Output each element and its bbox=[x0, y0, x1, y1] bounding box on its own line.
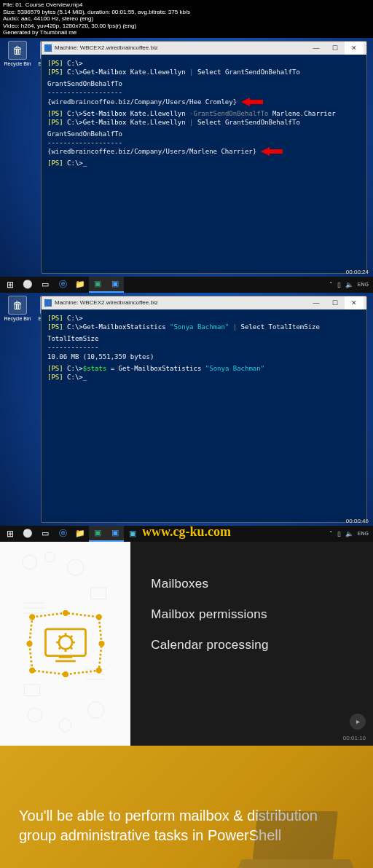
volume-icon[interactable]: 🔈 bbox=[345, 281, 353, 288]
window-title: Machine: WBCEX2.wiredbraincoffee.biz bbox=[55, 299, 307, 306]
bullet-item: Mailbox permissions bbox=[151, 607, 353, 622]
language-indicator[interactable]: ENG bbox=[358, 282, 369, 287]
system-tray[interactable]: ˄ ▯ 🔈 ENG bbox=[329, 281, 372, 288]
recycle-bin-icon[interactable]: 🗑 Recycle Bin bbox=[3, 296, 32, 321]
powershell-taskbar-button[interactable]: ▣ bbox=[106, 526, 124, 542]
slide-sidebar bbox=[0, 542, 130, 746]
search-button[interactable]: ⚪ bbox=[19, 277, 36, 293]
screenshot-frame-2: 🗑 Recycle Bin E Exchange Machine: WBCEX2… bbox=[0, 293, 373, 542]
trash-icon: 🗑 bbox=[8, 41, 27, 60]
bullet-item: Calendar processing bbox=[151, 638, 353, 652]
search-button[interactable]: ⚪ bbox=[19, 526, 36, 542]
meta-size: Size: 5386579 bytes (5.14 MiB), duration… bbox=[3, 9, 370, 16]
file-explorer-button[interactable]: 📁 bbox=[71, 526, 89, 542]
bullet-item: Mailboxes bbox=[151, 577, 353, 591]
close-button[interactable]: ✕ bbox=[345, 296, 364, 309]
window-title: Machine: WBCEX2.wiredbraincoffee.biz bbox=[55, 44, 307, 51]
frame-timestamp: 00:00:24 bbox=[346, 269, 369, 275]
svg-rect-7 bbox=[25, 684, 40, 695]
server-manager-button[interactable]: ▣ bbox=[89, 277, 106, 293]
taskbar[interactable]: ⊞ ⚪ ▭ ⓔ 📁 ▣ ▣ ˄ ▯ 🔈 ENG bbox=[0, 277, 373, 293]
edge-button[interactable]: ⓔ bbox=[54, 277, 71, 293]
network-icon[interactable]: ▯ bbox=[337, 281, 341, 288]
screenshot-frame-4: You'll be able to perform mailbox & dist… bbox=[0, 746, 373, 868]
slide-content: Mailboxes Mailbox permissions Calendar p… bbox=[130, 542, 373, 746]
terminal-output[interactable]: [PS] C:\> [PS] C:\>Get-MailboxStatistics… bbox=[42, 309, 366, 386]
svg-point-2 bbox=[67, 559, 83, 575]
meta-file: File: 01. Course Overview.mp4 bbox=[3, 1, 370, 9]
minimize-button[interactable]: — bbox=[307, 296, 326, 309]
meta-gen: Generated by Thumbnail me bbox=[3, 29, 370, 36]
powershell-icon bbox=[44, 44, 52, 52]
svg-point-4 bbox=[59, 719, 71, 732]
edge-button[interactable]: ⓔ bbox=[54, 526, 71, 542]
trash-icon: 🗑 bbox=[8, 296, 27, 315]
file-explorer-button[interactable]: 📁 bbox=[71, 277, 89, 293]
svg-point-1 bbox=[45, 552, 55, 562]
language-indicator[interactable]: ENG bbox=[358, 531, 369, 536]
start-button[interactable]: ⊞ bbox=[1, 526, 19, 542]
thumbnail-metadata: File: 01. Course Overview.mp4 Size: 5386… bbox=[0, 0, 373, 38]
monitor-gear-icon bbox=[25, 609, 106, 678]
recycle-bin-icon[interactable]: 🗑 Recycle Bin bbox=[3, 41, 32, 66]
chevron-up-icon[interactable]: ˄ bbox=[329, 530, 333, 537]
red-arrow-icon bbox=[241, 98, 263, 106]
system-tray[interactable]: ˄ ▯ 🔈 ENG bbox=[329, 530, 372, 537]
red-arrow-icon bbox=[261, 147, 283, 156]
recycle-bin-label: Recycle Bin bbox=[3, 61, 32, 66]
powershell-icon bbox=[44, 299, 52, 307]
terminal-output[interactable]: [PS] C:\> [PS] C:\>Get-Mailbox Kate.Llew… bbox=[42, 55, 366, 173]
powershell-taskbar-button[interactable]: ▣ bbox=[106, 277, 124, 293]
svg-point-5 bbox=[87, 702, 103, 718]
volume-icon[interactable]: 🔈 bbox=[345, 530, 353, 537]
chevron-up-icon[interactable]: ˄ bbox=[329, 281, 333, 288]
svg-point-0 bbox=[23, 555, 37, 569]
task-view-button[interactable]: ▭ bbox=[36, 526, 54, 542]
powershell-window: Machine: WBCEX2.wiredbraincoffee.biz — ☐… bbox=[41, 41, 367, 274]
maximize-button[interactable]: ☐ bbox=[326, 42, 345, 55]
frame-timestamp: 00:00:46 bbox=[346, 518, 369, 524]
meta-video: Video: h264, yuv420p, 1280x720, 30.00 fp… bbox=[3, 23, 370, 30]
svg-point-3 bbox=[28, 708, 42, 722]
app-taskbar-button[interactable]: ▣ bbox=[124, 526, 141, 542]
meta-audio: Audio: aac, 44100 Hz, stereo (eng) bbox=[3, 15, 370, 23]
close-button[interactable]: ✕ bbox=[345, 42, 364, 55]
screenshot-frame-1: 🗑 Recycle Bin E Exchange Machine: WBCEX2… bbox=[0, 38, 373, 293]
frame-timestamp: 00:01:10 bbox=[343, 735, 366, 741]
server-manager-button[interactable]: ▣ bbox=[89, 526, 106, 542]
minimize-button[interactable]: — bbox=[307, 42, 326, 55]
window-titlebar[interactable]: Machine: WBCEX2.wiredbraincoffee.biz — ☐… bbox=[42, 296, 366, 309]
maximize-button[interactable]: ☐ bbox=[326, 296, 345, 309]
play-button-overlay[interactable]: ▸ bbox=[350, 714, 366, 730]
taskbar[interactable]: ⊞ ⚪ ▭ ⓔ 📁 ▣ ▣ ▣ ˄ ▯ 🔈 ENG bbox=[0, 526, 373, 542]
screenshot-frame-3: www.cg-ku.com bbox=[0, 542, 373, 746]
laptop-silhouette bbox=[237, 811, 361, 868]
svg-rect-6 bbox=[91, 588, 106, 599]
network-icon[interactable]: ▯ bbox=[337, 530, 341, 537]
window-titlebar[interactable]: Machine: WBCEX2.wiredbraincoffee.biz — ☐… bbox=[42, 42, 366, 55]
recycle-bin-label: Recycle Bin bbox=[3, 316, 32, 321]
task-view-button[interactable]: ▭ bbox=[36, 277, 54, 293]
start-button[interactable]: ⊞ bbox=[1, 277, 19, 293]
powershell-window: Machine: WBCEX2.wiredbraincoffee.biz — ☐… bbox=[41, 296, 367, 523]
